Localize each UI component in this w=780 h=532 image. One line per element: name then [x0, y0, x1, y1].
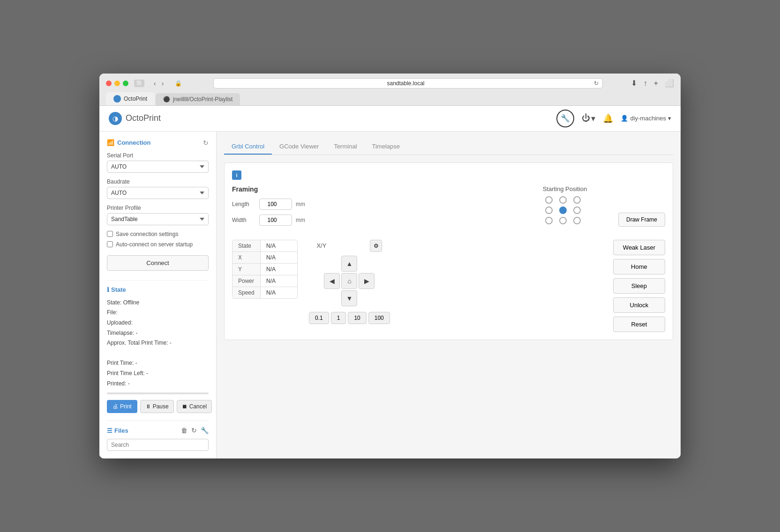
tab-gcode-viewer[interactable]: GCode Viewer [272, 139, 326, 155]
step-0-1-button[interactable]: 0.1 [309, 312, 329, 324]
draw-frame-button[interactable]: Draw Frame [618, 213, 665, 227]
tab-github[interactable]: ⚫ jneilllll/OctoPrint-Playlist [156, 93, 240, 105]
unlock-button[interactable]: Unlock [613, 297, 665, 313]
dpad-empty-1 [324, 256, 340, 272]
timelapse-info: Timelapse: - [107, 328, 209, 339]
baudrate-label: Baudrate [107, 178, 209, 185]
length-input[interactable] [259, 199, 292, 210]
address-bar[interactable]: sandtable.local ↻ [213, 78, 602, 89]
window-controls: ⬜ [134, 80, 144, 87]
starting-position-title: Starting Position [523, 185, 607, 192]
new-tab-icon[interactable]: + [654, 79, 658, 88]
tab-octoprint[interactable]: OctoPrint [106, 92, 155, 105]
dpad-up-button[interactable]: ▲ [341, 256, 357, 272]
serial-port-select[interactable]: AUTO [107, 161, 209, 173]
printer-profile-select[interactable]: SandTable [107, 213, 209, 225]
dpad-home-button[interactable]: ⌂ [341, 273, 357, 289]
dpad-left-button[interactable]: ◀ [324, 273, 340, 289]
files-refresh-icon[interactable]: ↻ [191, 427, 197, 434]
connection-title: 📶 Connection [107, 139, 151, 146]
files-section-header: ☰ Files 🗑 ↻ 🔧 [107, 427, 209, 434]
back-button[interactable]: ‹ [152, 79, 158, 88]
close-traffic-light[interactable] [106, 81, 112, 86]
connection-section-header: 📶 Connection ↻ [107, 139, 209, 147]
auto-connect-checkbox[interactable] [107, 241, 113, 247]
radio-bottom-left[interactable] [545, 217, 553, 224]
state-row-state: State N/A [232, 240, 297, 252]
tab-grbl-control[interactable]: Grbl Control [224, 139, 272, 155]
length-label: Length [232, 201, 255, 207]
radio-bottom-center[interactable] [559, 217, 567, 224]
connect-button[interactable]: Connect [107, 255, 209, 271]
tab-terminal[interactable]: Terminal [326, 139, 364, 155]
framing-title: Framing [232, 185, 511, 193]
browser-actions: ⬇ ↑ + ⬜ [631, 79, 674, 88]
extensions-icon[interactable]: ⬜ [665, 79, 674, 88]
share-icon[interactable]: ↑ [644, 79, 647, 88]
files-title: ☰ Files [107, 427, 128, 434]
step-1-button[interactable]: 1 [331, 312, 346, 324]
radio-middle-center[interactable] [559, 207, 567, 214]
sidebar-toggle-btn[interactable]: ⬜ [134, 80, 144, 87]
wrench-button[interactable]: 🔧 [556, 110, 574, 127]
radio-top-right[interactable] [573, 196, 581, 204]
serial-port-label: Serial Port [107, 152, 209, 159]
state-status: State: Offline [107, 298, 209, 308]
save-connection-group: Save connection settings [107, 231, 209, 237]
cancel-button[interactable]: ⏹ Cancel [177, 400, 212, 413]
wrench-small-icon[interactable]: 🔧 [201, 427, 209, 434]
home-button[interactable]: Home [613, 259, 665, 274]
serial-port-group: Serial Port AUTO [107, 152, 209, 173]
connection-refresh-button[interactable]: ↻ [203, 139, 209, 147]
power-chevron: ▾ [591, 113, 595, 124]
pause-button[interactable]: ⏸ Pause [140, 400, 174, 413]
radio-middle-right[interactable] [573, 207, 581, 214]
reset-button[interactable]: Reset [613, 317, 665, 332]
user-icon: 👤 [621, 115, 628, 122]
weak-laser-button[interactable]: Weak Laser [613, 240, 665, 255]
lock-icon: 🔒 [171, 80, 185, 87]
url-text: sandtable.local [218, 80, 593, 87]
forward-button[interactable]: › [160, 79, 166, 88]
print-controls: 🖨 Print ⏸ Pause ⏹ Cancel [107, 400, 209, 413]
files-search-input[interactable] [107, 439, 209, 451]
sleep-button[interactable]: Sleep [613, 278, 665, 294]
power-button[interactable]: ⏻ ▾ [582, 113, 595, 124]
radio-top-left[interactable] [545, 196, 553, 204]
print-time-info: Print Time: - [107, 358, 209, 369]
trash-icon[interactable]: 🗑 [181, 427, 188, 434]
app-header: ◑ OctoPrint 🔧 ⏻ ▾ 🔔 👤 diy-machines ▾ [99, 106, 681, 132]
dpad-right-button[interactable]: ▶ [359, 273, 375, 289]
draw-frame-container: Draw Frame [618, 185, 665, 230]
xy-label: X/Y [316, 242, 326, 249]
step-100-button[interactable]: 100 [368, 312, 390, 324]
state-val-y: N/A [261, 264, 281, 275]
width-input[interactable] [259, 214, 292, 226]
tab-timelapse[interactable]: Timelapse [365, 139, 407, 155]
minimize-traffic-light[interactable] [114, 81, 120, 86]
save-connection-label: Save connection settings [116, 231, 178, 237]
step-10-button[interactable]: 10 [348, 312, 366, 324]
bell-button[interactable]: 🔔 [603, 113, 613, 124]
xy-controls: X/Y ⚙ ▲ ◀ ⌂ ▶ ▼ [309, 240, 390, 324]
state-info: State: Offline File: Uploaded: Timelapse… [107, 298, 209, 389]
print-button[interactable]: 🖨 Print [107, 400, 137, 413]
radio-top-center[interactable] [559, 196, 567, 204]
user-chevron: ▾ [668, 115, 671, 122]
state-section-title: ℹ State [107, 286, 209, 293]
user-menu-button[interactable]: 👤 diy-machines ▾ [621, 115, 671, 122]
radio-middle-left[interactable] [545, 207, 553, 214]
maximize-traffic-light[interactable] [123, 81, 128, 86]
length-row: Length mm [232, 199, 511, 210]
dpad-down-button[interactable]: ▼ [341, 290, 357, 306]
xy-section: State N/A X N/A Y N/A Power [232, 240, 665, 332]
grbl-info-icon: i [232, 170, 241, 180]
radio-bottom-right[interactable] [573, 217, 581, 224]
download-icon[interactable]: ⬇ [631, 79, 637, 88]
dpad: ▲ ◀ ⌂ ▶ ▼ [324, 256, 375, 306]
refresh-icon[interactable]: ↻ [594, 80, 599, 87]
baudrate-select[interactable]: AUTO [107, 187, 209, 199]
save-connection-checkbox[interactable] [107, 231, 113, 237]
width-unit: mm [296, 217, 305, 223]
xy-gear-button[interactable]: ⚙ [370, 240, 382, 252]
